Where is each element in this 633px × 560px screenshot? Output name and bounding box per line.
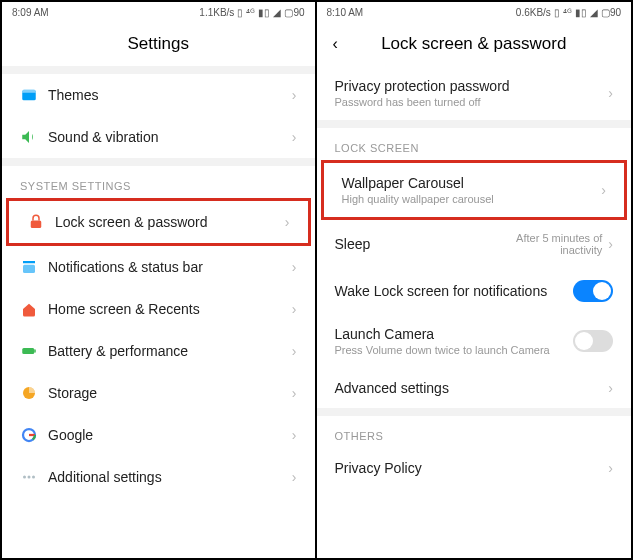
row-storage[interactable]: Storage › (2, 372, 315, 414)
row-privacy-policy[interactable]: Privacy Policy › (317, 448, 632, 488)
toggle-launch-camera[interactable] (573, 330, 613, 352)
screen-settings: 8:09 AM 1.1KB/s ▯ ⁴ᴳ ▮▯ ◢ ▢90 Settings T… (2, 2, 317, 558)
row-label: Home screen & Recents (48, 301, 286, 317)
lock-icon (27, 213, 55, 231)
chevron-right-icon: › (292, 343, 297, 359)
svg-point-9 (23, 476, 26, 479)
google-icon (20, 426, 48, 444)
row-label: Themes (48, 87, 286, 103)
chevron-right-icon: › (608, 460, 613, 476)
sim-icon: ▯ (554, 7, 560, 18)
chevron-right-icon: › (285, 214, 290, 230)
row-additional[interactable]: Additional settings › (2, 456, 315, 498)
section-label: LOCK SCREEN (317, 128, 632, 160)
notifications-icon (20, 258, 48, 276)
row-themes[interactable]: Themes › (2, 74, 315, 116)
row-home-recents[interactable]: Home screen & Recents › (2, 288, 315, 330)
status-bar: 8:09 AM 1.1KB/s ▯ ⁴ᴳ ▮▯ ◢ ▢90 (2, 2, 315, 22)
row-battery[interactable]: Battery & performance › (2, 330, 315, 372)
chevron-right-icon: › (292, 469, 297, 485)
chevron-right-icon: › (292, 129, 297, 145)
row-sleep[interactable]: Sleep After 5 minutes of inactivity › (317, 220, 632, 268)
settings-list[interactable]: Themes › Sound & vibration › SYSTEM SETT… (2, 66, 315, 558)
page-title: ‹ Lock screen & password (317, 22, 632, 66)
section-label: SYSTEM SETTINGS (2, 166, 315, 198)
svg-rect-4 (23, 265, 35, 273)
toggle-wake-lock[interactable] (573, 280, 613, 302)
status-bar: 8:10 AM 0.6KB/s ▯ ⁴ᴳ ▮▯ ◢ ▢90 (317, 2, 632, 22)
chevron-right-icon: › (608, 380, 613, 396)
row-wake-lock[interactable]: Wake Lock screen for notifications (317, 268, 632, 314)
network-icon: ⁴ᴳ (246, 7, 255, 18)
row-label: Google (48, 427, 286, 443)
svg-point-10 (28, 476, 31, 479)
row-subtitle: Password has been turned off (335, 96, 603, 108)
chevron-right-icon: › (292, 301, 297, 317)
dots-icon (20, 468, 48, 486)
status-right: 0.6KB/s ▯ ⁴ᴳ ▮▯ ◢ ▢90 (516, 7, 621, 18)
sim-icon: ▯ (237, 7, 243, 18)
status-right: 1.1KB/s ▯ ⁴ᴳ ▮▯ ◢ ▢90 (199, 7, 304, 18)
svg-rect-2 (31, 221, 42, 229)
wifi-icon: ◢ (273, 7, 281, 18)
sound-icon (20, 128, 48, 146)
svg-rect-1 (22, 90, 36, 93)
chevron-right-icon: › (292, 385, 297, 401)
row-label: Sound & vibration (48, 129, 286, 145)
themes-icon (20, 86, 48, 104)
chevron-right-icon: › (292, 427, 297, 443)
row-title: Sleep (335, 236, 493, 252)
row-wallpaper-carousel[interactable]: Wallpaper Carousel High quality wallpape… (321, 160, 628, 220)
row-notifications[interactable]: Notifications & status bar › (2, 246, 315, 288)
row-label: Lock screen & password (55, 214, 279, 230)
storage-icon (20, 384, 48, 402)
row-label: Notifications & status bar (48, 259, 286, 275)
chevron-right-icon: › (292, 87, 297, 103)
row-sound[interactable]: Sound & vibration › (2, 116, 315, 158)
row-label: Additional settings (48, 469, 286, 485)
signal-icon: ▮▯ (575, 7, 587, 18)
svg-point-11 (32, 476, 35, 479)
row-label: Battery & performance (48, 343, 286, 359)
status-time: 8:10 AM (327, 7, 364, 18)
row-subtitle: Press Volume down twice to launch Camera (335, 344, 574, 356)
battery-icon: ▢90 (284, 7, 304, 18)
section-label: OTHERS (317, 416, 632, 448)
row-launch-camera[interactable]: Launch Camera Press Volume down twice to… (317, 314, 632, 368)
chevron-right-icon: › (608, 85, 613, 101)
signal-icon: ▮▯ (258, 7, 270, 18)
row-label: Storage (48, 385, 286, 401)
row-subtitle: High quality wallpaper carousel (342, 193, 596, 205)
row-title: Wallpaper Carousel (342, 175, 596, 191)
row-lock-screen[interactable]: Lock screen & password › (6, 198, 311, 246)
back-button[interactable]: ‹ (333, 35, 338, 53)
svg-rect-3 (23, 261, 35, 263)
wifi-icon: ◢ (590, 7, 598, 18)
battery-icon: ▢90 (601, 7, 621, 18)
status-time: 8:09 AM (12, 7, 49, 18)
row-title: Privacy protection password (335, 78, 603, 94)
row-value: After 5 minutes of inactivity (492, 232, 602, 256)
svg-rect-6 (34, 350, 36, 353)
page-title: Settings (2, 22, 315, 66)
chevron-right-icon: › (601, 182, 606, 198)
row-privacy-password[interactable]: Privacy protection password Password has… (317, 66, 632, 120)
row-title: Advanced settings (335, 380, 603, 396)
row-google[interactable]: Google › (2, 414, 315, 456)
row-advanced[interactable]: Advanced settings › (317, 368, 632, 408)
svg-rect-5 (22, 348, 34, 354)
battery-icon (20, 342, 48, 360)
screen-lock-settings: 8:10 AM 0.6KB/s ▯ ⁴ᴳ ▮▯ ◢ ▢90 ‹ Lock scr… (317, 2, 632, 558)
network-icon: ⁴ᴳ (563, 7, 572, 18)
row-title: Privacy Policy (335, 460, 603, 476)
chevron-right-icon: › (608, 236, 613, 252)
lock-settings-list[interactable]: Privacy protection password Password has… (317, 66, 632, 558)
home-icon (20, 300, 48, 318)
chevron-right-icon: › (292, 259, 297, 275)
row-title: Launch Camera (335, 326, 574, 342)
row-title: Wake Lock screen for notifications (335, 283, 574, 299)
